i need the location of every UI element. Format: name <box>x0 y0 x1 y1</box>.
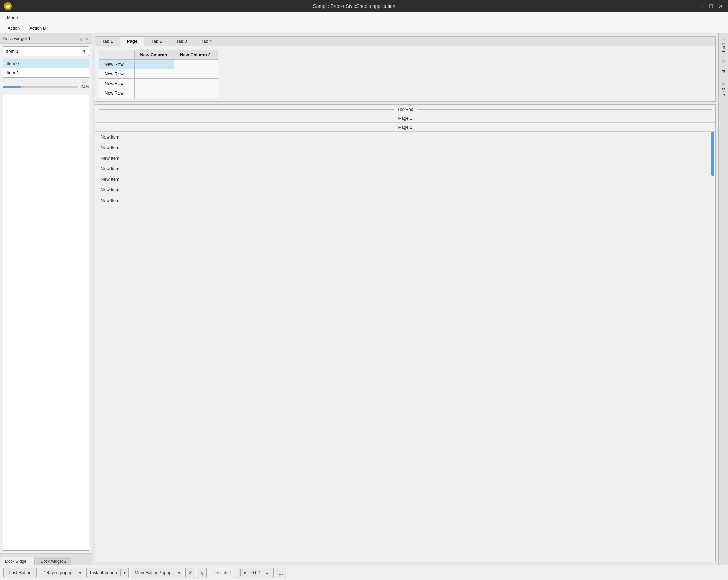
table-row: New Row <box>99 69 218 79</box>
right-tab-1-label: Tab 1 <box>721 43 726 53</box>
toolbox-items-container: New Item New Item New Item New Item New … <box>95 132 715 562</box>
table-row: New Row <box>99 79 218 88</box>
toolbox-scroll-thumb[interactable] <box>711 132 714 176</box>
tab-page[interactable]: Page <box>120 37 144 46</box>
toolbox-scrollbar[interactable] <box>711 132 714 562</box>
table-cell-row2-col2[interactable] <box>174 69 218 79</box>
title-bar: W Sample BreezeStyleSheets application. … <box>0 0 728 12</box>
bottom-dock-tabs: Dock widge... Dock widget 2 <box>0 553 92 565</box>
dropdown-list: Item 0 Item 2 <box>3 59 89 78</box>
right-tabs: Tab 1 ✕ Tab 2 ✕ Tab 3 ✕ <box>718 33 728 565</box>
center-content: Tab 1 Page Tab 2 Tab 3 Tab 4 New Column … <box>92 33 718 565</box>
toolbox-item-6[interactable]: New Item <box>95 185 715 195</box>
dock-tab-1[interactable]: Dock widge... <box>0 557 35 565</box>
menu-item-menu[interactable]: Menu <box>3 14 22 21</box>
toolbox-page1-line-left <box>99 118 395 118</box>
table-cell-row4-col2[interactable] <box>174 88 218 98</box>
toolbox-item-7[interactable]: New Item <box>95 195 715 206</box>
table-cell-row1-col1[interactable] <box>135 60 174 69</box>
action-button[interactable]: Action <box>3 25 24 31</box>
right-tab-1-close[interactable]: ✕ <box>721 36 726 41</box>
right-tab-1[interactable]: Tab 1 ✕ <box>719 33 728 55</box>
dock-close-icon[interactable]: ✕ <box>85 36 89 41</box>
toolbar-ellipsis-button[interactable]: ... <box>276 568 286 578</box>
instant-popup-dropdown[interactable]: Instant popup ▼ <box>86 568 129 578</box>
dock-tab-2[interactable]: Dock widget 2 <box>36 557 71 565</box>
toolbox-item-2[interactable]: New Item <box>95 142 715 153</box>
action-bar: Action Action B <box>0 23 728 33</box>
minimize-button[interactable]: – <box>698 3 705 9</box>
tab-tab3[interactable]: Tab 3 <box>169 37 194 46</box>
toolbar-up-button[interactable]: ∧ <box>197 568 207 578</box>
toolbox-page2-header[interactable]: Page 2 <box>95 123 715 131</box>
maximize-button[interactable]: □ <box>708 3 714 9</box>
menu-button-popup-dropdown[interactable]: MenuButtonPopup ▼ <box>131 568 183 578</box>
right-tab-2-label: Tab 2 <box>721 65 726 75</box>
table-header-col2: New Column 2 <box>174 50 218 60</box>
instant-popup-label: Instant popup <box>87 569 121 577</box>
right-tab-2-close[interactable]: ✕ <box>721 59 726 64</box>
menu-button-popup-arrow-icon: ▼ <box>175 569 183 576</box>
tab-tab4[interactable]: Tab 4 <box>194 37 219 46</box>
dock-title-icons: ◇ ✕ <box>80 36 89 41</box>
left-text-area[interactable] <box>3 95 89 551</box>
table-cell-row2-col1[interactable] <box>135 69 174 79</box>
push-button[interactable]: PushButton <box>3 568 37 578</box>
action-b-button[interactable]: Action B <box>25 25 50 31</box>
number-value: 0.00 <box>249 570 263 575</box>
right-tab-2[interactable]: Tab 2 ✕ <box>719 56 728 78</box>
dock-widget-1-label: Dock widget 1 <box>3 36 31 41</box>
data-table: New Column New Column 2 New Row <box>99 50 218 98</box>
dock-widget-1-title: Dock widget 1 ◇ ✕ <box>0 33 92 44</box>
tab-content: New Column New Column 2 New Row <box>95 46 715 101</box>
main-tab-widget: Tab 1 Page Tab 2 Tab 3 Tab 4 New Column … <box>95 36 716 102</box>
table-cell-row4-col1[interactable] <box>135 88 174 98</box>
table-cell-row1-label: New Row <box>99 60 135 69</box>
toolbox-item-5[interactable]: New Item <box>95 174 715 185</box>
center-panel: Tab 1 Page Tab 2 Tab 3 Tab 4 New Column … <box>92 33 728 565</box>
progress-label: 24% <box>81 85 89 89</box>
table-header-col1: New Column <box>135 50 174 60</box>
toolbox-item-4[interactable]: New Item <box>95 163 715 174</box>
tab-tab1[interactable]: Tab 1 <box>95 37 120 46</box>
progress-bar-fill <box>3 86 21 88</box>
item-dropdown[interactable]: Item 0 Item 2 <box>3 46 89 56</box>
toolbox-title-line-right <box>417 109 712 110</box>
toolbox-item-3[interactable]: New Item <box>95 153 715 163</box>
table-cell-row3-col2[interactable] <box>174 79 218 88</box>
table-cell-row1-col2[interactable] <box>174 60 218 69</box>
delayed-popup-arrow-icon: ▼ <box>76 569 84 576</box>
list-item-0[interactable]: Item 0 <box>3 59 89 68</box>
toolbox-page2-line-left <box>99 127 395 127</box>
tab-bar: Tab 1 Page Tab 2 Tab 3 Tab 4 <box>95 37 715 46</box>
toolbox-item-1[interactable]: New Item <box>95 132 715 142</box>
toolbox-page1-header[interactable]: Page 1 <box>95 114 715 122</box>
toolbox-title: ToolBox <box>394 107 417 112</box>
toolbox-page2-section: Page 2 <box>95 123 715 132</box>
tab-tab2[interactable]: Tab 2 <box>144 37 169 46</box>
number-down-arrow-icon[interactable]: ▼ <box>240 569 249 576</box>
toolbar-x-button[interactable]: ✕ <box>185 568 195 578</box>
toolbox-title-line-left <box>99 109 394 110</box>
table-cell-row3-col1[interactable] <box>135 79 174 88</box>
delayed-popup-dropdown[interactable]: Delayed popup ▼ <box>39 568 84 578</box>
toolbox-page1-label: Page 1 <box>395 116 416 121</box>
menu-bar: Menu <box>0 12 728 23</box>
left-panel: Dock widget 1 ◇ ✕ Item 0 Item 2 ▼ Item 0… <box>0 33 92 565</box>
list-item-1[interactable]: Item 2 <box>3 68 89 77</box>
toolbox-page2-line-right <box>416 127 712 127</box>
toolbox-page1-section: Page 1 <box>95 114 715 123</box>
toolbox-page1-line-right <box>416 118 712 118</box>
window-title: Sample BreezeStyleSheets application. <box>12 3 698 9</box>
table-row: New Row <box>99 88 218 98</box>
menu-button-popup-label: MenuButtonPopup <box>131 569 175 577</box>
disabled-button: Disabled <box>209 568 236 578</box>
toolbar-number-input[interactable]: ▼ 0.00 ▲ <box>238 568 273 578</box>
right-tab-3-label: Tab 3 <box>721 88 726 98</box>
dock-diamond-icon[interactable]: ◇ <box>80 36 84 41</box>
number-up-arrow-icon[interactable]: ▲ <box>263 569 271 576</box>
close-button[interactable]: ✕ <box>717 3 724 10</box>
instant-popup-arrow-icon: ▼ <box>120 569 128 576</box>
right-tab-3-close[interactable]: ✕ <box>721 82 726 87</box>
right-tab-3[interactable]: Tab 3 ✕ <box>719 79 728 101</box>
